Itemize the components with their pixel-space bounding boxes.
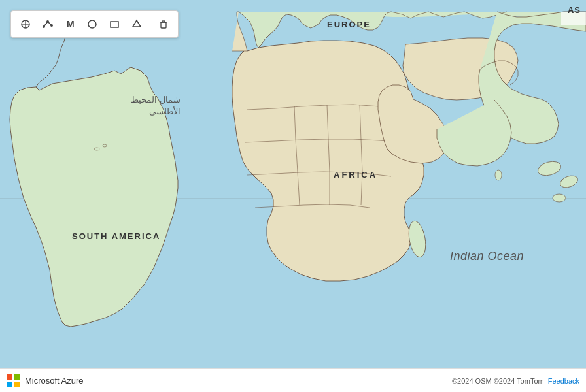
svg-point-17	[88, 20, 96, 28]
arrow-tool-button[interactable]	[126, 14, 147, 35]
circle-tool-button[interactable]	[82, 14, 103, 35]
svg-rect-26	[14, 374, 20, 380]
copyright-section: ©2024 OSM ©2024 TomTom Feedback	[452, 377, 579, 385]
svg-rect-18	[111, 22, 118, 27]
azure-logo: Microsoft Azure	[7, 374, 84, 387]
toolbar: M	[10, 10, 179, 38]
svg-point-2	[94, 148, 99, 150]
map-container[interactable]: AS EUROPE AFRICA SOUTH AMERICA Indian Oc…	[0, 0, 586, 392]
svg-rect-20	[161, 22, 166, 28]
svg-point-8	[495, 170, 502, 180]
svg-rect-25	[7, 374, 12, 380]
copyright-text: ©2024 OSM ©2024 TomTom	[452, 377, 544, 385]
svg-point-3	[103, 144, 107, 147]
select-tool-button[interactable]	[15, 14, 36, 35]
rectangle-tool-button[interactable]	[104, 14, 125, 35]
azure-logo-text: Microsoft Azure	[25, 376, 84, 385]
svg-rect-28	[14, 382, 20, 387]
microsoft-logo-icon	[7, 374, 20, 387]
svg-point-7	[553, 194, 566, 202]
svg-marker-19	[133, 20, 141, 27]
continent-label-as: AS	[568, 5, 581, 15]
delete-tool-button[interactable]	[153, 14, 174, 35]
map-svg	[0, 0, 586, 392]
svg-text:M: M	[67, 19, 75, 29]
toolbar-divider	[150, 18, 150, 31]
svg-rect-27	[7, 382, 12, 387]
feedback-link[interactable]: Feedback	[548, 377, 579, 385]
bottom-bar: Microsoft Azure ©2024 OSM ©2024 TomTom F…	[0, 368, 586, 392]
polygon-tool-button[interactable]: M	[60, 14, 80, 35]
polyline-tool-button[interactable]	[37, 14, 58, 35]
